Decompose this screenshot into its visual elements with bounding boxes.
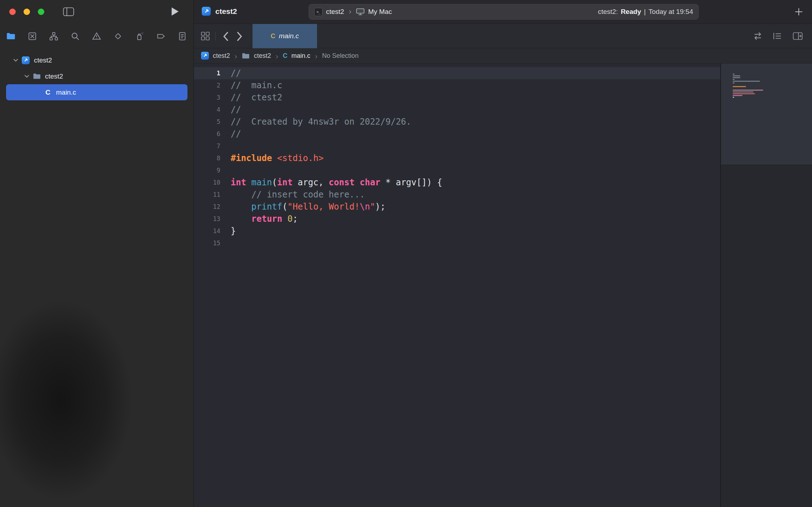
minimap-line (733, 79, 735, 80)
minimize-button[interactable] (24, 9, 30, 15)
symbols-navigator-icon[interactable] (49, 31, 59, 41)
status-project: ctest2: (598, 8, 618, 16)
window-title: ctest2 (215, 7, 237, 16)
tests-navigator-icon[interactable] (113, 31, 123, 41)
code-line-10[interactable]: 10int main(int argc, const char * argv[]… (194, 176, 720, 189)
minimap[interactable] (720, 64, 812, 507)
line-number: 13 (194, 215, 220, 222)
tree-item-ctest2[interactable]: ctest2 (6, 68, 187, 84)
debug-navigator-icon[interactable] (134, 31, 144, 41)
code-line-8[interactable]: 8#include <stdio.h> (194, 152, 720, 164)
code-text: // (231, 105, 241, 115)
code-line-12[interactable]: 12 printf("Hello, World!\n"); (194, 201, 720, 213)
code-line-15[interactable]: 15 (194, 237, 720, 249)
related-items-grid-icon[interactable] (201, 31, 210, 41)
code-line-7[interactable]: 7 (194, 140, 720, 152)
line-number: 4 (194, 106, 220, 113)
code-text: int main(int argc, const char * argv[]) … (231, 177, 442, 187)
source-control-navigator-icon[interactable] (27, 31, 37, 41)
tree-item-label: ctest2 (45, 72, 63, 80)
disclosure-chevron-icon[interactable] (11, 59, 20, 62)
code-line-6[interactable]: 6// (194, 128, 720, 140)
line-number: 11 (194, 191, 220, 198)
line-number: 9 (194, 167, 220, 174)
minimap-line (733, 97, 734, 98)
project-navigator-tree: ctest2ctest2Cmain.c (0, 52, 194, 100)
minimap-line (733, 81, 760, 82)
toolbar-divider (215, 32, 216, 40)
tab-main-c[interactable]: C main.c (252, 24, 317, 48)
toggle-sidebar-icon[interactable] (63, 7, 74, 16)
minimap-line (733, 95, 742, 96)
code-line-2[interactable]: 2// main.c (194, 79, 720, 91)
breakpoints-navigator-icon[interactable] (156, 31, 166, 41)
project-navigator-icon[interactable] (6, 31, 16, 41)
tree-item-label: ctest2 (34, 56, 52, 64)
app-icon (202, 7, 211, 16)
minimap-line (733, 91, 753, 92)
computer-icon (356, 8, 365, 15)
line-number: 7 (194, 142, 220, 150)
code-text: // Created by 4nsw3r on 2022/9/26. (231, 117, 411, 127)
add-icon[interactable] (794, 7, 803, 16)
code-editor[interactable]: 1//2// main.c3// ctest24//5// Created by… (194, 64, 720, 507)
tree-item-main-c[interactable]: Cmain.c (6, 84, 187, 100)
scheme-name[interactable]: ctest2 (326, 8, 344, 16)
code-line-11[interactable]: 11 // insert code here... (194, 189, 720, 201)
tab-bar: C main.c (194, 24, 812, 48)
code-line-4[interactable]: 4// (194, 104, 720, 116)
code-line-14[interactable]: 14} (194, 225, 720, 237)
line-number: 2 (194, 82, 220, 89)
window-shadow (0, 261, 161, 507)
status-separator: | (644, 8, 646, 16)
line-number: 10 (194, 179, 220, 186)
line-number: 5 (194, 118, 220, 125)
c-file-icon: C (283, 52, 287, 60)
chevron-separator-icon: › (349, 8, 351, 16)
activity-view[interactable]: >_ ctest2 › My Mac ctest2: Ready (309, 4, 699, 20)
minimap-line (733, 74, 735, 75)
search-navigator-icon[interactable] (70, 31, 80, 41)
jump-bar-item[interactable]: No Selection (322, 52, 359, 60)
jump-bar-item[interactable]: ctest2 (254, 52, 271, 60)
code-line-13[interactable]: 13 return 0; (194, 213, 720, 225)
code-text: // insert code here... (231, 190, 365, 200)
close-button[interactable] (9, 9, 16, 15)
scheme-selector[interactable]: >_ ctest2 › My Mac (309, 4, 392, 19)
minimap-line (733, 75, 740, 76)
code-line-5[interactable]: 5// Created by 4nsw3r on 2022/9/26. (194, 116, 720, 128)
add-editor-icon[interactable] (793, 32, 803, 40)
swap-editors-icon[interactable] (753, 32, 763, 40)
chevron-separator-icon: › (276, 52, 278, 60)
minimap-line (733, 82, 735, 84)
run-icon[interactable] (171, 7, 179, 17)
tab-label: main.c (279, 32, 299, 40)
main-area: ctest2 >_ ctest2 › My Mac (194, 0, 812, 507)
disclosure-chevron-icon[interactable] (22, 75, 31, 78)
navigator-bar (6, 26, 187, 46)
code-line-9[interactable]: 9 (194, 164, 720, 176)
line-number: 15 (194, 240, 220, 247)
tree-item-ctest2[interactable]: ctest2 (6, 52, 187, 68)
app-icon (201, 52, 209, 60)
minimap-line (733, 86, 746, 87)
destination-name[interactable]: My Mac (368, 8, 392, 16)
forward-chevron-icon[interactable] (236, 31, 243, 41)
status-state: Ready (621, 8, 641, 16)
code-line-1[interactable]: 1// (194, 67, 720, 79)
line-number: 3 (194, 94, 220, 101)
minimap-line (733, 90, 763, 91)
sidebar: ctest2ctest2Cmain.c (0, 0, 194, 507)
chevron-separator-icon: › (235, 52, 237, 60)
zoom-button[interactable] (38, 9, 44, 15)
issues-navigator-icon[interactable] (91, 31, 101, 41)
code-line-3[interactable]: 3// ctest2 (194, 91, 720, 104)
back-chevron-icon[interactable] (222, 31, 229, 41)
jump-bar-item[interactable]: main.c (291, 52, 310, 60)
xcode-project-icon (20, 56, 31, 64)
editor-options-icon[interactable] (773, 32, 782, 40)
jump-bar-item[interactable]: ctest2 (213, 52, 230, 60)
line-number: 6 (194, 130, 220, 137)
build-status: ctest2: Ready | Today at 19:54 (598, 4, 693, 19)
reports-navigator-icon[interactable] (177, 31, 187, 41)
